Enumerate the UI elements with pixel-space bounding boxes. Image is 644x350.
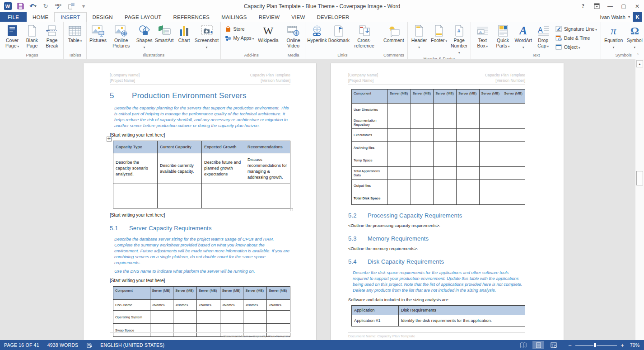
table-cell[interactable]: Total Disk Space xyxy=(352,192,388,205)
table-move-handle[interactable]: ✛ xyxy=(107,137,112,142)
table-cell[interactable] xyxy=(202,196,245,208)
table-cell[interactable]: <Name> xyxy=(220,300,243,311)
tab-insert[interactable]: INSERT xyxy=(54,12,86,22)
avatar[interactable]: K xyxy=(633,12,642,22)
guidance-paragraph[interactable]: Describe the capacity planning for the s… xyxy=(114,105,290,128)
table-cell[interactable]: <Name> xyxy=(173,300,197,311)
zoom-slider-thumb[interactable] xyxy=(593,342,597,348)
chart-button[interactable]: Chart xyxy=(174,23,194,52)
guidance-paragraph[interactable]: Describe the disk space requirements for… xyxy=(353,270,525,293)
table-cell[interactable] xyxy=(113,196,158,208)
text-box-button[interactable]: A Text Box xyxy=(472,23,492,52)
signature-line-button[interactable]: Signature Line xyxy=(553,25,599,33)
table-cell[interactable] xyxy=(479,116,502,129)
tab-file[interactable]: FILE xyxy=(0,12,27,22)
table-cell[interactable] xyxy=(411,192,434,205)
zoom-out-icon[interactable]: − xyxy=(568,342,572,349)
maximize-icon[interactable]: ▢ xyxy=(617,0,630,12)
table-cell[interactable]: Describe currently available capacity. xyxy=(158,153,202,184)
zoom-slider[interactable] xyxy=(575,342,617,348)
table-cell[interactable]: Temp Space xyxy=(352,154,388,167)
table-cell[interactable] xyxy=(411,167,434,180)
table-cell[interactable] xyxy=(411,154,434,167)
word-logo-icon[interactable]: W xyxy=(4,2,12,10)
zoom-percentage[interactable]: 70% xyxy=(628,342,639,348)
table-cell[interactable] xyxy=(456,142,479,154)
table-cell[interactable]: DNS Name xyxy=(113,300,150,311)
table-cell[interactable]: <Name> xyxy=(267,300,290,311)
close-icon[interactable]: ✕ xyxy=(630,0,644,12)
smartart-button[interactable]: SmartArt xyxy=(154,23,174,52)
print-layout-icon[interactable] xyxy=(532,341,544,349)
screenshot-button[interactable]: Screenshot xyxy=(194,23,219,52)
table-cell[interactable] xyxy=(387,142,411,154)
document-page-left[interactable]: [Company Name] [Project Name] Capacity P… xyxy=(84,63,316,340)
shapes-button[interactable]: Shapes xyxy=(135,23,154,52)
table-cell[interactable] xyxy=(411,129,434,142)
word-count[interactable]: 4938 WORDS xyxy=(47,342,79,348)
table-cell[interactable] xyxy=(434,154,457,167)
cross-reference-button[interactable]: Cross-reference xyxy=(350,23,378,52)
table-cell[interactable] xyxy=(202,184,245,196)
table-cell[interactable] xyxy=(479,180,502,192)
undo-icon[interactable]: ↶▾ xyxy=(29,2,37,10)
start-placeholder[interactable]: [Start writing your text here] xyxy=(110,132,290,137)
store-button[interactable]: Store xyxy=(222,25,256,33)
column-header-cell[interactable]: Capacity Type xyxy=(113,141,158,153)
column-header-cell[interactable]: Expected Growth xyxy=(202,141,245,153)
web-layout-icon[interactable] xyxy=(548,341,560,349)
table-cell[interactable] xyxy=(434,142,457,154)
table-cell[interactable] xyxy=(150,311,173,324)
read-mode-icon[interactable] xyxy=(517,341,529,349)
start-placeholder[interactable]: [Start writing your text here] xyxy=(110,278,290,283)
spelling-grammar-icon[interactable]: ABC✓ xyxy=(54,2,62,10)
table-cell[interactable] xyxy=(245,184,290,196)
table-cell[interactable] xyxy=(387,167,411,180)
table-cell[interactable] xyxy=(434,129,457,142)
proofing-status-icon[interactable] xyxy=(86,342,92,348)
document-page-right[interactable]: [Company Name] [Project Name] Capacity P… xyxy=(331,63,564,340)
comment-button[interactable]: Comment xyxy=(382,23,406,52)
table-cell[interactable] xyxy=(387,180,411,192)
table-cell[interactable] xyxy=(479,192,502,205)
body-paragraph[interactable]: <Outline the processing capacity require… xyxy=(348,223,525,228)
table-cell[interactable] xyxy=(158,184,202,196)
save-icon[interactable] xyxy=(16,2,24,10)
table-cell[interactable] xyxy=(502,142,525,154)
table-cell[interactable]: Identify the disk requirements for this … xyxy=(398,315,525,326)
table-cell[interactable] xyxy=(387,104,411,116)
table-cell[interactable] xyxy=(411,104,434,116)
table-cell[interactable]: Application #1 xyxy=(352,315,399,326)
column-header-cell[interactable]: Server (MB) xyxy=(150,287,173,300)
table-resize-handle[interactable] xyxy=(290,208,293,211)
column-header-cell[interactable]: Server (MB) xyxy=(387,90,411,104)
table-cell[interactable] xyxy=(479,167,502,180)
table-cell[interactable]: Executables xyxy=(352,129,388,142)
document-table[interactable]: ApplicationDisk RequirementsApplication … xyxy=(351,305,525,326)
tab-mailings[interactable]: MAILINGS xyxy=(215,12,253,22)
table-cell[interactable] xyxy=(411,116,434,129)
help-icon[interactable]: ? xyxy=(576,0,590,12)
drop-cap-button[interactable]: A Drop Cap xyxy=(533,23,553,52)
table-cell[interactable] xyxy=(456,154,479,167)
table-cell[interactable]: Describe future and planned growth expec… xyxy=(202,153,245,184)
section-heading-5-3[interactable]: 5.3Memory Requirements xyxy=(348,235,525,242)
page-break-button[interactable]: Page Break xyxy=(42,23,62,52)
wordart-button[interactable]: A WordArt xyxy=(513,23,533,52)
table-cell[interactable] xyxy=(245,196,290,208)
tab-developer[interactable]: DEVELOPER xyxy=(311,12,355,22)
section-heading-5-1[interactable]: 5.1Server Capacity Requirements xyxy=(110,225,290,232)
equation-button[interactable]: π Equation xyxy=(602,23,625,52)
cover-page-button[interactable]: Cover Page xyxy=(2,23,22,52)
table-cell[interactable] xyxy=(479,104,502,116)
date-time-button[interactable]: Date & Time xyxy=(553,34,599,42)
guidance-paragraph[interactable]: Describe the database server sizing for … xyxy=(114,236,290,265)
table-cell[interactable]: <Name> xyxy=(150,300,173,311)
table-cell[interactable] xyxy=(387,116,411,129)
section-heading-5-2[interactable]: 5.2Processing Capacity Requirements xyxy=(348,212,525,219)
column-header-cell[interactable]: Server (MB) xyxy=(173,287,197,300)
table-cell[interactable]: Archiving files xyxy=(352,142,388,154)
column-header-cell[interactable]: Server (MB) xyxy=(220,287,243,300)
table-cell[interactable]: Discuss recommendations for managing & a… xyxy=(245,153,290,184)
table-cell[interactable] xyxy=(502,129,525,142)
